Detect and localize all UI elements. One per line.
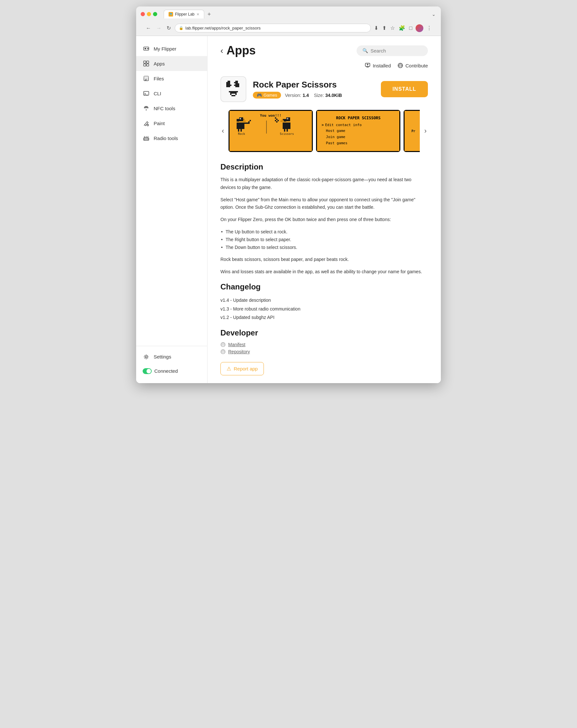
- svg-rect-41: [235, 86, 239, 87]
- sidebar-item-my-flipper[interactable]: My Flipper: [136, 41, 207, 56]
- svg-point-13: [146, 109, 147, 110]
- maximize-button[interactable]: [153, 12, 157, 16]
- svg-rect-33: [234, 82, 235, 83]
- minimize-button[interactable]: [147, 12, 151, 16]
- sidebar-nav: My Flipper Apps: [136, 41, 207, 346]
- sidebar-item-settings[interactable]: Settings: [136, 349, 207, 364]
- svg-rect-57: [244, 123, 250, 124]
- extensions-icon-btn[interactable]: 🧩: [398, 24, 406, 32]
- sidebar-label-paint: Paint: [154, 121, 165, 126]
- svg-point-19: [144, 138, 146, 140]
- traffic-lights: [141, 12, 157, 16]
- more-icon-btn[interactable]: ⋮: [426, 24, 432, 32]
- forward-nav-btn[interactable]: →: [155, 25, 163, 32]
- svg-rect-8: [144, 76, 149, 78]
- sidebar-item-paint[interactable]: Paint: [136, 116, 207, 131]
- connected-status: Connected: [136, 364, 207, 378]
- app-icon-box: [220, 76, 246, 102]
- svg-rect-60: [238, 129, 239, 132]
- repository-label: Repository: [228, 349, 250, 354]
- changelog-item-1: v1.4 - Update description: [220, 296, 428, 305]
- app-meta: Version: 1.4 Size: 34.0KiB: [285, 93, 342, 98]
- svg-rect-53: [240, 118, 241, 119]
- flipper-icon: [142, 45, 150, 52]
- radio-icon: [142, 134, 150, 141]
- address-bar[interactable]: 🔒 lab.flipper.net/apps/rock_paper_scisso…: [175, 24, 371, 32]
- ss2-menu-item-2: Host game: [321, 128, 395, 134]
- list-item-right: The Right button to select paper.: [220, 236, 428, 244]
- sidebar-icon-btn[interactable]: □: [409, 25, 413, 32]
- svg-rect-44: [230, 94, 232, 95]
- svg-rect-4: [147, 61, 149, 63]
- svg-rect-58: [248, 121, 250, 123]
- svg-rect-5: [143, 64, 146, 66]
- url-text: lab.flipper.net/apps/rock_paper_scissors: [185, 26, 367, 30]
- developer-section: Developer Manifest: [220, 328, 428, 354]
- svg-rect-39: [235, 83, 238, 85]
- svg-rect-35: [237, 81, 238, 82]
- svg-point-21: [145, 356, 147, 358]
- gallery-next-btn[interactable]: ›: [423, 127, 428, 135]
- repository-link[interactable]: Repository: [220, 349, 428, 354]
- files-icon: [142, 75, 150, 82]
- gallery-prev-btn[interactable]: ‹: [220, 127, 225, 135]
- svg-rect-24: [226, 82, 228, 83]
- share-icon-btn[interactable]: ⬆: [382, 24, 387, 32]
- new-tab-button[interactable]: +: [206, 11, 213, 17]
- svg-rect-42: [229, 91, 238, 93]
- sidebar-label-cli: CLI: [154, 91, 161, 96]
- close-button[interactable]: [141, 12, 145, 16]
- sidebar-item-cli[interactable]: CLI: [136, 86, 207, 101]
- svg-rect-40: [234, 85, 239, 86]
- svg-rect-71: [278, 120, 279, 121]
- profile-button[interactable]: [416, 24, 423, 32]
- install-button[interactable]: INSTALL: [381, 81, 428, 97]
- back-button[interactable]: ‹: [220, 46, 224, 55]
- tab-favicon: 🐬: [168, 12, 173, 17]
- manifest-link[interactable]: Manifest: [220, 342, 428, 347]
- ss2-menu-item-4: Past games: [321, 140, 395, 147]
- cli-icon: [142, 90, 150, 97]
- svg-rect-30: [228, 83, 230, 85]
- app-icon-svg: [224, 79, 243, 99]
- sidebar-item-nfc-tools[interactable]: NFC tools: [136, 101, 207, 116]
- screenshot-1: You won!!!: [229, 110, 313, 152]
- svg-rect-69: [282, 119, 283, 121]
- search-input[interactable]: [370, 48, 416, 53]
- tab-close-btn[interactable]: ✕: [196, 12, 199, 16]
- svg-rect-2: [145, 48, 146, 49]
- installed-button[interactable]: Installed: [365, 62, 391, 69]
- lock-icon: 🔒: [179, 26, 183, 30]
- description-para-4: Rock beats scissors, scissors beat paper…: [220, 256, 428, 263]
- contribute-button[interactable]: Contribute: [397, 62, 428, 69]
- svg-point-14: [147, 125, 149, 126]
- svg-rect-68: [280, 121, 283, 122]
- sidebar-item-files[interactable]: Files: [136, 71, 207, 86]
- back-nav-btn[interactable]: ←: [145, 25, 152, 32]
- list-item-up: The Up button to select a rock.: [220, 228, 428, 236]
- report-label: Report app: [234, 366, 258, 371]
- reload-nav-btn[interactable]: ↻: [165, 24, 172, 32]
- description-list: The Up button to select a rock. The Righ…: [220, 228, 428, 251]
- svg-rect-29: [226, 83, 228, 85]
- active-tab[interactable]: 🐬 Flipper Lab ✕: [164, 10, 204, 19]
- search-bar[interactable]: 🔍: [357, 45, 428, 56]
- bookmark-icon-btn[interactable]: ☆: [390, 24, 395, 32]
- window-menu-btn[interactable]: ⌄: [431, 11, 436, 18]
- sidebar-bottom: Settings Connected: [136, 346, 207, 378]
- github-icon: [397, 62, 403, 69]
- sidebar-item-radio-tools[interactable]: Radio tools: [136, 131, 207, 146]
- download-icon-btn[interactable]: ⬇: [373, 24, 379, 32]
- sidebar-item-apps[interactable]: Apps: [136, 56, 207, 71]
- description-para-5: Wins and losses stats are available in t…: [220, 268, 428, 276]
- page-title: Apps: [227, 44, 357, 57]
- svg-rect-32: [226, 86, 230, 87]
- report-app-button[interactable]: ⚠ Report app: [220, 362, 264, 375]
- ss2-menu-item-1: > Edit contact info: [321, 122, 395, 128]
- browser-window: 🐬 Flipper Lab ✕ + ⌄ ← → ↻ 🔒 lab.flipper.…: [136, 6, 441, 383]
- description-para-2: Select "Host game" from the Main menu to…: [220, 196, 428, 212]
- svg-rect-34: [235, 81, 237, 82]
- screenshot-1-svg: You won!!!: [230, 111, 311, 151]
- svg-rect-77: [287, 129, 288, 132]
- toolbar-actions: ⬇ ⬆ ☆ 🧩 □ ⋮: [373, 24, 432, 32]
